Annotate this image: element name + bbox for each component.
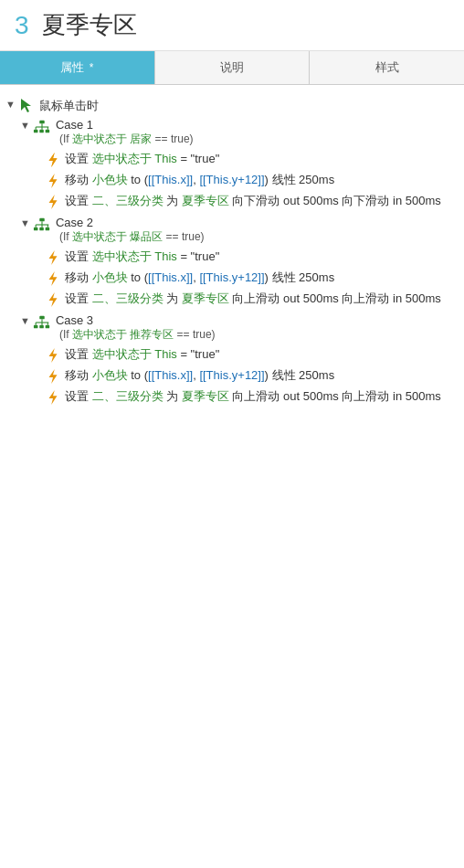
case3-action2-text: 移动 小色块 to ([[This.x]], [[This.y+12]]) 线性… (65, 366, 459, 385)
case3-condition: (If 选中状态于 推荐专区 == true) (59, 327, 216, 343)
svg-marker-11 (49, 152, 58, 166)
case1-condition: (If 选中状态于 居家 == true) (59, 132, 194, 147)
svg-marker-36 (49, 368, 58, 383)
case1-label-block: Case 1 (If 选中状态于 居家 == true) (56, 118, 194, 147)
network-icon-case3 (33, 314, 51, 331)
bolt-icon-c2a3 (46, 291, 60, 308)
case3-action1-text: 设置 选中状态于 This = "true" (65, 345, 459, 364)
bolt-icon-c1a3 (46, 194, 60, 210)
case2-condition: (If 选中状态于 爆品区 == true) (59, 229, 205, 245)
case2-action2-text: 移动 小色块 to ([[This.x]], [[This.y+12]]) 线性… (65, 269, 459, 287)
case2-action3-row: 设置 二、三级分类 为 夏季专区 向上滑动 out 500ms 向上滑动 in … (46, 290, 459, 308)
case1-action2-text: 移动 小色块 to ([[This.x]], [[This.y+12]]) 线性… (65, 171, 459, 189)
bolt-icon-c2a2 (46, 270, 60, 287)
properties-content: ▼ 鼠标单击时 ▼ Case 1 (0, 85, 464, 418)
bolt-icon-c3a3 (46, 389, 60, 406)
svg-rect-3 (39, 129, 44, 132)
bolt-icon-c1a2 (46, 173, 60, 189)
event-label: 鼠标单击时 (39, 97, 459, 115)
case2-title: Case 2 (56, 216, 205, 229)
page-number: 3 (15, 11, 29, 40)
svg-marker-13 (49, 194, 58, 208)
svg-marker-24 (49, 270, 58, 285)
svg-rect-27 (34, 324, 38, 328)
svg-rect-28 (39, 324, 44, 328)
tab-properties[interactable]: 属性 * (0, 51, 155, 84)
toggle-case3[interactable]: ▼ (20, 315, 30, 326)
case3-action1-row: 设置 选中状态于 This = "true" (46, 345, 459, 364)
case3-action2-row: 移动 小色块 to ([[This.x]], [[This.y+12]]) 线性… (46, 366, 459, 385)
tabs-bar: 属性 * 说明 样式 (0, 51, 464, 85)
page-title: 夏季专区 (42, 9, 137, 41)
case2-action1-text: 设置 选中状态于 This = "true" (65, 248, 459, 266)
svg-marker-25 (49, 291, 58, 306)
bolt-icon-c1a1 (46, 152, 60, 168)
case1-action1-row: 设置 选中状态于 This = "true" (46, 150, 459, 168)
page-header: 3 夏季专区 (0, 0, 464, 51)
case2-action2-row: 移动 小色块 to ([[This.x]], [[This.y+12]]) 线性… (46, 269, 459, 287)
case3-header-row: ▼ Case 3 (If 选中状态于 推荐专区 == true) (20, 313, 459, 343)
svg-rect-16 (39, 227, 44, 230)
case2-action3-text: 设置 二、三级分类 为 夏季专区 向上滑动 out 500ms 向上滑动 in … (65, 290, 459, 308)
bolt-icon-c3a1 (46, 347, 60, 364)
case3-action3-row: 设置 二、三级分类 为 夏季专区 向上滑动 out 500ms 向上滑动 in … (46, 387, 459, 406)
toggle-case2[interactable]: ▼ (20, 217, 30, 228)
bolt-icon-c2a1 (46, 249, 60, 266)
network-icon-case2 (33, 217, 51, 233)
case1-action3-row: 设置 二、三级分类 为 夏季专区 向下滑动 out 500ms 向下滑动 in … (46, 192, 459, 210)
case1-action3-text: 设置 二、三级分类 为 夏季专区 向下滑动 out 500ms 向下滑动 in … (65, 192, 459, 210)
svg-rect-17 (46, 227, 50, 230)
toggle-case1[interactable]: ▼ (20, 120, 30, 131)
svg-marker-35 (49, 347, 58, 362)
case2-label-block: Case 2 (If 选中状态于 爆品区 == true) (56, 216, 205, 245)
bolt-icon-c3a2 (46, 368, 60, 385)
network-icon-case1 (33, 119, 51, 135)
case1-title: Case 1 (56, 118, 194, 132)
toggle-root[interactable]: ▼ (5, 99, 16, 110)
svg-marker-12 (49, 173, 58, 187)
tab-description[interactable]: 说明 (155, 51, 311, 84)
case1-header-row: ▼ Case 1 (If 选中状态于 居家 == true) (20, 118, 459, 147)
case2-header-row: ▼ Case 2 (If 选中状态于 爆品区 == true) (20, 216, 459, 245)
svg-rect-2 (34, 129, 38, 132)
svg-rect-4 (46, 129, 50, 132)
case2-action1-row: 设置 选中状态于 This = "true" (46, 248, 459, 266)
case1-action1-text: 设置 选中状态于 This = "true" (65, 150, 459, 168)
svg-marker-37 (49, 389, 58, 404)
svg-marker-23 (49, 249, 58, 264)
svg-rect-1 (39, 120, 44, 123)
case3-title: Case 3 (56, 313, 216, 327)
svg-rect-15 (34, 227, 38, 230)
svg-rect-29 (46, 324, 50, 328)
case3-action3-text: 设置 二、三级分类 为 夏季专区 向上滑动 out 500ms 向上滑动 in … (65, 387, 459, 406)
svg-rect-14 (39, 217, 44, 221)
case1-action2-row: 移动 小色块 to ([[This.x]], [[This.y+12]]) 线性… (46, 171, 459, 189)
svg-marker-0 (21, 99, 31, 112)
cursor-icon (18, 98, 35, 114)
event-root-row: ▼ 鼠标单击时 (5, 97, 459, 115)
svg-rect-26 (39, 315, 44, 319)
tab-style[interactable]: 样式 (310, 51, 464, 84)
case3-label-block: Case 3 (If 选中状态于 推荐专区 == true) (56, 313, 216, 343)
